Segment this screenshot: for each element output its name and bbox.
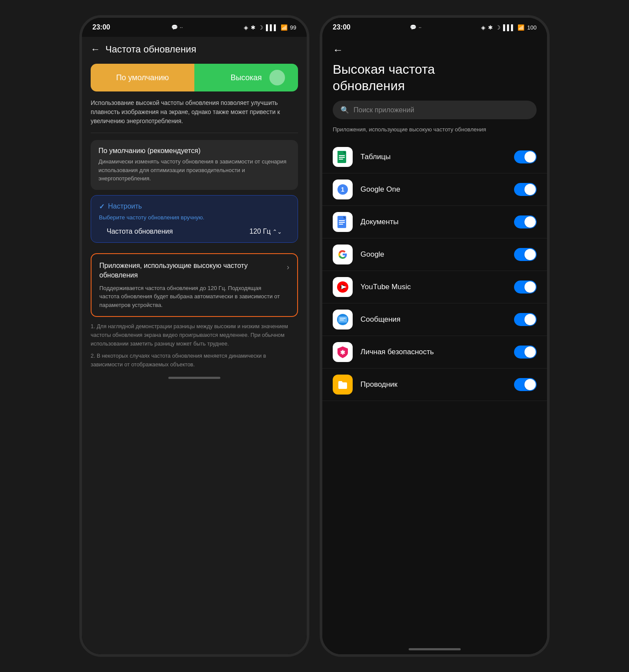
dot-icon: ·· [180, 24, 183, 30]
footnote-2: 2. В некоторых случаях частота обновлени… [82, 352, 307, 369]
message-icon-2: 💬 [410, 24, 416, 30]
phone2-header: ← Высокая частотаобновления 🔍 Поиск прил… [322, 37, 547, 141]
app-name-safety: Личная безопасность [360, 348, 514, 356]
message-icon: 💬 [171, 24, 178, 30]
frequency-value[interactable]: 120 Гц ⌃⌄ [249, 228, 282, 235]
search-bar[interactable]: 🔍 Поиск приложений [333, 101, 537, 119]
bluetooth-icon: ✱ [251, 24, 256, 31]
toggle-default[interactable]: По умолчанию [91, 64, 194, 91]
moon-icon-2: ☽ [495, 24, 501, 31]
signal-icon: ▌▌▌ [266, 24, 278, 31]
status-icons-2: ◈ ✱ ☽ ▌▌▌ 📶 100 [481, 24, 537, 31]
toggle-docs[interactable] [514, 215, 537, 228]
refresh-rate-toggle[interactable]: По умолчанию Высокая [91, 64, 298, 91]
option-custom-card[interactable]: ✓ Настроить Выберите частоту обновления … [91, 195, 298, 243]
home-indicator-1 [82, 372, 307, 383]
chevron-right-icon: › [287, 263, 289, 272]
toggle-google-one[interactable] [514, 183, 537, 196]
svg-text:1: 1 [341, 186, 344, 193]
app-icon-docs [333, 212, 353, 232]
app-item-messages[interactable]: Сообщения [322, 303, 547, 336]
app-item-docs[interactable]: Документы [322, 206, 547, 238]
app-icon-messages [333, 310, 353, 329]
option-default-desc: Динамически изменять частоту обновления … [98, 157, 290, 183]
apps-subtitle: Приложения, использующие высокую частоту… [333, 125, 537, 134]
frequency-row: Частота обновления 120 Гц ⌃⌄ [99, 222, 290, 235]
moon-icon: ☽ [258, 24, 263, 31]
toggle-safety[interactable] [514, 346, 537, 359]
app-icon-sheets [333, 147, 353, 167]
phone1-back-button[interactable]: ← [91, 44, 100, 55]
phone1-description: Использование высокой частоты обновления… [82, 98, 307, 133]
app-item-sheets[interactable]: Таблицы [322, 141, 547, 173]
option-custom-header: ✓ Настроить [99, 202, 290, 211]
frequency-label: Частота обновления [107, 228, 173, 235]
app-icon-google-one: 1 [333, 179, 353, 199]
app-name-files: Проводник [360, 380, 514, 389]
app-item-safety[interactable]: ✱ Личная безопасность [322, 336, 547, 369]
svg-rect-13 [339, 224, 343, 225]
toggle-files[interactable] [514, 378, 537, 391]
home-indicator-2 [322, 644, 547, 654]
bluetooth-icon-2: ✱ [488, 24, 493, 31]
option-custom-title: Настроить [108, 202, 142, 210]
apps-card-title: Приложения, использующие высокую частоту… [99, 261, 282, 281]
status-bar-2: 23:00 💬 ·· ◈ ✱ ☽ ▌▌▌ 📶 100 [322, 18, 547, 37]
app-item-files[interactable]: Проводник [322, 369, 547, 401]
svg-rect-4 [339, 157, 345, 158]
phone2-back-button[interactable]: ← [333, 44, 537, 56]
divider-1 [91, 133, 298, 133]
svg-text:✱: ✱ [340, 349, 345, 356]
svg-rect-5 [339, 159, 343, 160]
apps-card-content: Приложения, использующие высокую частоту… [99, 261, 282, 309]
app-item-ytmusic[interactable]: YouTube Music [322, 271, 547, 303]
status-center-1: 💬 ·· [171, 24, 183, 30]
phone1-page-title: Частота обновления [105, 44, 196, 55]
option-default-title: По умолчанию (рекомендуется) [98, 147, 290, 155]
footnote-1: 1. Для наглядной демонстрации разницы ме… [82, 322, 307, 348]
toggle-sheets[interactable] [514, 150, 537, 163]
svg-rect-3 [339, 155, 345, 156]
app-name-google-one: Google One [360, 185, 514, 194]
toggle-google[interactable] [514, 248, 537, 261]
toggle-high-label: Высокая [230, 73, 262, 82]
toggle-default-label: По умолчанию [116, 73, 169, 82]
status-bar-1: 23:00 💬 ·· ◈ ✱ ☽ ▌▌▌ 📶 99 [82, 18, 307, 37]
app-list: Таблицы 1 Google One [322, 141, 547, 644]
svg-rect-12 [339, 222, 345, 223]
status-time-2: 23:00 [333, 23, 351, 31]
phone-2: 23:00 💬 ·· ◈ ✱ ☽ ▌▌▌ 📶 100 ← Высокая час… [320, 15, 550, 657]
wifi-icon-2: 📶 [518, 24, 524, 31]
status-icons-1: ◈ ✱ ☽ ▌▌▌ 📶 99 [244, 24, 296, 31]
app-name-docs: Документы [360, 218, 514, 226]
home-bar-1 [168, 377, 220, 379]
option-default-card[interactable]: По умолчанию (рекомендуется) Динамически… [91, 140, 298, 190]
battery-label-2: 100 [527, 24, 537, 31]
dot-icon-2: ·· [419, 24, 422, 30]
apps-card-desc: Поддерживается частота обновления до 120… [99, 284, 282, 310]
home-bar-2 [409, 648, 461, 650]
signal-icon-2: ▌▌▌ [503, 24, 515, 31]
toggle-high[interactable]: Высокая [194, 64, 298, 91]
app-name-messages: Сообщения [360, 315, 514, 324]
toggle-ytmusic[interactable] [514, 281, 537, 294]
svg-rect-11 [339, 220, 345, 221]
svg-rect-21 [338, 316, 347, 323]
toggle-bubble [269, 70, 285, 85]
app-item-google-one[interactable]: 1 Google One [322, 173, 547, 206]
phone-1: 23:00 💬 ·· ◈ ✱ ☽ ▌▌▌ 📶 99 ← Частота обно… [79, 15, 309, 657]
nfc-icon-2: ◈ [481, 24, 485, 31]
phone2-screen: ← Высокая частотаобновления 🔍 Поиск прил… [322, 37, 547, 654]
search-input[interactable]: Поиск приложений [354, 106, 414, 114]
battery-label-1: 99 [290, 24, 296, 31]
app-icon-files [333, 375, 353, 395]
app-name-google: Google [360, 250, 514, 259]
app-icon-safety: ✱ [333, 342, 353, 362]
search-icon: 🔍 [341, 106, 349, 114]
app-name-ytmusic: YouTube Music [360, 283, 514, 291]
nfc-icon: ◈ [244, 24, 248, 31]
apps-high-refresh-card[interactable]: Приложения, использующие высокую частоту… [91, 253, 298, 317]
phone1-screen: ← Частота обновления По умолчанию Высока… [82, 37, 307, 654]
toggle-messages[interactable] [514, 313, 537, 326]
app-item-google[interactable]: Google [322, 238, 547, 271]
